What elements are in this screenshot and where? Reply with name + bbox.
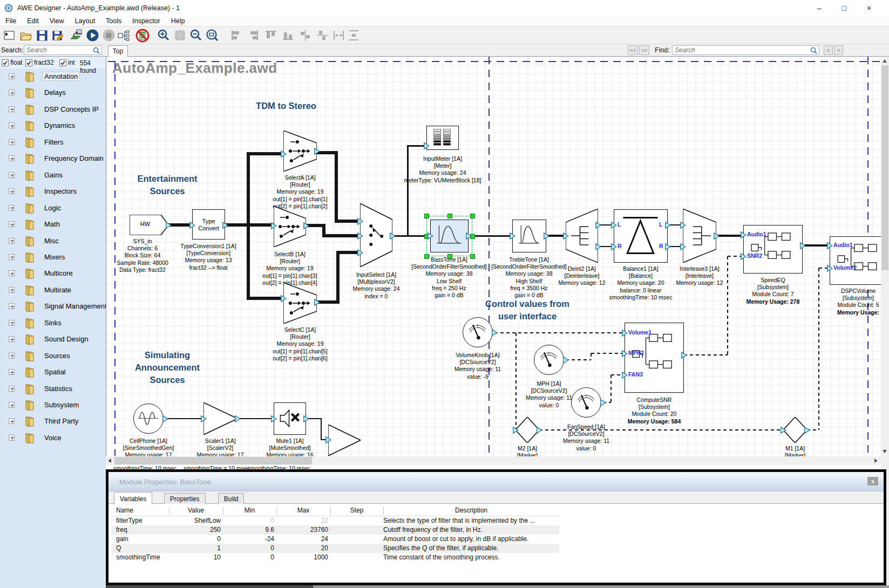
propagate-button[interactable] (117, 28, 131, 43)
expand-icon[interactable] (9, 106, 15, 112)
pin-icon[interactable] (595, 243, 601, 250)
find-input[interactable] (673, 46, 810, 54)
expand-icon[interactable] (9, 386, 15, 392)
maximize-button[interactable]: □ (832, 0, 857, 16)
find-next-button[interactable]: > (834, 45, 843, 55)
save-as-button[interactable] (51, 28, 65, 43)
module-selectA[interactable] (283, 131, 317, 172)
pin-icon[interactable] (325, 436, 331, 443)
variable-row-Q[interactable]: Q1020Specifies the Q of the filter, if a… (111, 544, 559, 553)
expand-icon[interactable] (9, 303, 15, 309)
pin-icon[interactable] (680, 243, 686, 250)
pin-icon[interactable] (271, 222, 277, 229)
pin-icon[interactable] (563, 357, 569, 364)
pin-icon[interactable] (741, 231, 747, 238)
pin-icon[interactable] (303, 415, 309, 422)
variable-row-freq[interactable]: freq2509.623760Cutoff frequency of the f… (111, 525, 559, 535)
canvas-viewport[interactable]: AutoAmp_Example.awd TDM to StereoEnterta… (108, 57, 881, 456)
pin-icon[interactable] (537, 427, 542, 434)
filter-checkbox-float[interactable] (2, 59, 9, 66)
expand-icon[interactable] (9, 188, 15, 194)
pin-icon[interactable] (427, 233, 433, 240)
module-scaler2[interactable] (328, 425, 361, 456)
find-back-button[interactable]: << (628, 45, 638, 55)
sidebar-item-mixers[interactable]: Mixers (0, 249, 106, 265)
pin-icon[interactable] (281, 295, 287, 302)
module-scaler1[interactable] (203, 402, 237, 435)
pin-icon[interactable] (622, 350, 628, 357)
expand-icon[interactable] (9, 221, 15, 227)
pin-icon[interactable] (611, 222, 617, 229)
pin-icon[interactable] (357, 249, 363, 256)
module-sysin[interactable]: HW (130, 215, 168, 235)
module-search-input[interactable] (24, 46, 93, 54)
halt-updates-button[interactable] (135, 28, 150, 43)
pin-icon[interactable] (303, 222, 309, 229)
sidebar-item-annotation[interactable]: Annotation (0, 69, 106, 85)
pin-icon[interactable] (201, 415, 207, 422)
module-typeconv[interactable]: TypeConvert (192, 209, 225, 240)
expand-icon[interactable] (9, 238, 15, 244)
menu-inspector[interactable]: Inspector (127, 17, 165, 26)
column-header-min[interactable]: Min (223, 507, 276, 514)
close-button[interactable]: × (857, 0, 881, 16)
sidebar-item-multirate[interactable]: Multirate (0, 282, 106, 298)
pin-icon[interactable] (714, 233, 720, 240)
pin-icon[interactable] (827, 242, 833, 249)
save-button[interactable] (35, 28, 49, 43)
expand-icon[interactable] (9, 402, 15, 408)
expand-icon[interactable] (9, 155, 15, 161)
sidebar-item-logic[interactable]: Logic (0, 200, 106, 216)
sidebar-item-sinks[interactable]: Sinks (0, 315, 106, 331)
expand-icon[interactable] (9, 418, 15, 424)
hscroll-thumb[interactable] (114, 457, 312, 464)
pin-icon[interactable] (492, 329, 498, 336)
selection-handle[interactable] (470, 214, 475, 218)
pin-icon[interactable] (166, 222, 172, 229)
module-cellphone[interactable] (133, 404, 164, 434)
expand-icon[interactable] (9, 172, 15, 178)
pin-icon[interactable] (665, 222, 671, 229)
find-forward-button[interactable]: >> (639, 45, 649, 55)
pin-icon[interactable] (622, 330, 628, 337)
sidebar-item-math[interactable]: Math (0, 216, 106, 233)
sidebar-item-inspectors[interactable]: Inspectors (0, 183, 106, 200)
expand-icon[interactable] (9, 369, 15, 375)
play-button[interactable] (85, 28, 100, 43)
pin-icon[interactable] (563, 233, 569, 240)
sidebar-item-sources[interactable]: Sources (0, 348, 106, 364)
expand-icon[interactable] (9, 435, 15, 441)
pin-icon[interactable] (595, 222, 601, 229)
sidebar-item-delays[interactable]: Delays (0, 85, 106, 101)
scroll-left-arrow-icon[interactable] (108, 459, 111, 463)
zoom-region-button[interactable] (205, 28, 220, 43)
menu-tools[interactable]: Tools (100, 17, 127, 26)
pin-icon[interactable] (189, 222, 195, 229)
module-mute1[interactable] (274, 402, 306, 435)
filter-checkbox-int[interactable] (59, 59, 66, 66)
module-m1[interactable] (783, 417, 807, 443)
module-deint2[interactable] (566, 209, 598, 263)
module-m2[interactable] (515, 417, 539, 443)
panel-header[interactable]: Module Properties: BassTone x (108, 472, 884, 491)
expand-icon[interactable] (9, 254, 15, 260)
sidebar-item-voice[interactable]: Voice (0, 430, 106, 446)
sidebar-item-gains[interactable]: Gains (0, 167, 106, 183)
pin-icon[interactable] (235, 415, 241, 422)
menu-layout[interactable]: Layout (70, 17, 101, 26)
zoom-out-button[interactable] (189, 28, 203, 43)
pin-icon[interactable] (390, 233, 396, 240)
module-selectB[interactable] (274, 206, 306, 247)
expand-icon[interactable] (9, 270, 15, 276)
module-volumeknob[interactable] (463, 317, 493, 347)
sidebar-item-spatial[interactable]: Spatial (0, 364, 106, 380)
vscroll-thumb[interactable] (881, 65, 888, 270)
selection-handle[interactable] (447, 214, 452, 218)
filter-checkbox-fract32[interactable] (25, 59, 32, 66)
pin-icon[interactable] (804, 427, 810, 434)
scroll-right-arrow-icon[interactable] (874, 459, 878, 463)
pin-icon[interactable] (781, 427, 786, 434)
column-header-value[interactable]: Value (169, 507, 223, 514)
pin-icon[interactable] (827, 265, 833, 272)
sidebar-item-statistics[interactable]: Statistics (0, 381, 106, 397)
